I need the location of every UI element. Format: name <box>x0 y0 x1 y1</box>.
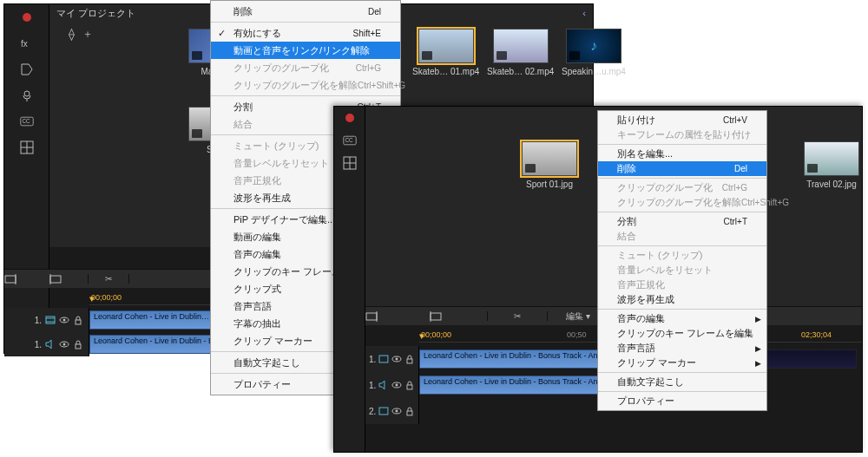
menu-normalize[interactable]: 音声正規化 <box>598 277 766 292</box>
svg-rect-36 <box>407 359 412 363</box>
menu-split[interactable]: 分割Ctrl+T <box>598 214 766 229</box>
tool-cut-left-icon[interactable] <box>365 310 426 323</box>
svg-rect-41 <box>379 408 388 415</box>
speaker-icon[interactable] <box>378 380 389 390</box>
cc-icon[interactable]: CC <box>334 129 365 152</box>
menu-reset-volume[interactable]: 音量レベルをリセット <box>598 263 766 277</box>
media-thumb[interactable]: Sport 01.jpg <box>522 141 577 189</box>
eye-icon[interactable] <box>391 354 402 364</box>
menu-delete[interactable]: 削除Del <box>211 3 400 20</box>
menu-group[interactable]: クリップのグループ化Ctrl+G <box>598 180 766 195</box>
thumb-image <box>418 29 474 63</box>
lock-icon[interactable] <box>404 380 415 390</box>
fx-icon[interactable]: fx <box>4 30 49 56</box>
eye-icon[interactable] <box>59 339 69 349</box>
menu-auto-transcribe[interactable]: 自動文字起こし <box>598 375 766 389</box>
menu-mute[interactable]: ミュート (クリップ) <box>598 248 766 263</box>
menu-delete[interactable]: 削除Del <box>598 161 766 176</box>
lock-icon[interactable] <box>404 406 415 416</box>
submenu-arrow-icon: ▶ <box>755 359 761 368</box>
thumb-image <box>804 141 859 176</box>
menu-paste[interactable]: 貼り付けCtrl+V <box>598 113 766 127</box>
media-thumb[interactable]: Skateb… 02.mp4 <box>487 29 554 76</box>
menu-clip-marker[interactable]: クリップ マーカー▶ <box>598 356 766 370</box>
menu-edit-alias[interactable]: 別名を編集... <box>598 147 766 161</box>
menu-regen-waveform[interactable]: 波形を再生成 <box>598 292 766 307</box>
timecode: 00;00;00 <box>421 330 451 339</box>
svg-rect-44 <box>407 411 412 415</box>
media-thumb[interactable]: ♪ Speakin…u.mp4 <box>562 29 626 76</box>
track-head: 1. <box>365 372 419 398</box>
track-number: 2. <box>369 407 376 416</box>
svg-marker-2 <box>22 64 32 75</box>
record-icon[interactable] <box>334 107 365 129</box>
grid-icon[interactable] <box>334 152 365 174</box>
menu-audio-language[interactable]: 音声言語▶ <box>598 341 766 356</box>
thumb-label: Skateb… 02.mp4 <box>487 67 554 76</box>
svg-rect-9 <box>5 276 16 283</box>
svg-rect-32 <box>431 313 441 320</box>
film-icon[interactable] <box>378 354 389 364</box>
thumb-label: Travel 02.jpg <box>806 180 856 189</box>
svg-rect-33 <box>379 356 388 362</box>
menu-enable[interactable]: ✓有効にするShift+E <box>211 24 400 42</box>
track-number: 1. <box>369 381 376 390</box>
left-toolbar: fx CC <box>4 4 49 353</box>
menu-paste-keyframe-attrs[interactable]: キーフレームの属性を貼り付け <box>598 127 766 142</box>
svg-marker-19 <box>46 340 51 349</box>
eye-icon[interactable] <box>59 315 69 325</box>
scissors-icon[interactable]: ✂ <box>88 274 129 284</box>
thumb-label: Sport 01.jpg <box>526 180 573 189</box>
svg-rect-29 <box>366 313 377 320</box>
svg-text:fx: fx <box>21 39 28 49</box>
submenu-arrow-icon: ▶ <box>755 315 761 323</box>
menu-properties[interactable]: プロパティー <box>598 394 766 408</box>
timecode: 00;50 <box>567 330 587 339</box>
track-number: 1. <box>35 316 42 325</box>
menu-edit-audio[interactable]: 音声の編集▶ <box>598 311 766 326</box>
track-head: 1. <box>4 332 89 356</box>
media-thumb[interactable]: Travel 02.jpg <box>804 141 859 189</box>
record-icon[interactable] <box>4 4 49 30</box>
svg-rect-22 <box>76 344 81 349</box>
menu-ungroup[interactable]: クリップのグループ化を解除Ctrl+Shift+G <box>211 76 400 94</box>
collapse-icon[interactable]: ‹ <box>582 8 586 18</box>
track-head: 2. <box>365 398 419 424</box>
lock-icon[interactable] <box>73 339 83 349</box>
film-icon[interactable] <box>378 406 389 416</box>
speaker-icon[interactable] <box>45 339 56 349</box>
mic-icon[interactable] <box>4 82 49 108</box>
track-head: 1. <box>4 308 89 332</box>
check-icon: ✓ <box>218 28 226 39</box>
svg-rect-12 <box>50 276 61 283</box>
menu-group[interactable]: クリップのグループ化Ctrl+G <box>211 59 400 76</box>
media-thumb[interactable]: Skateb… 01.mp4 <box>412 29 479 76</box>
menu-combine[interactable]: 結合 <box>598 229 766 244</box>
eye-icon[interactable] <box>391 380 402 390</box>
grid-icon[interactable] <box>4 134 49 160</box>
project-title: マイ プロジェクト <box>56 7 135 20</box>
svg-point-0 <box>23 13 31 22</box>
eye-icon[interactable] <box>391 406 402 416</box>
lock-icon[interactable] <box>404 354 415 364</box>
timecode: 00;00;00 <box>91 293 122 302</box>
menu-link-unlink[interactable]: 動画と音声をリンク/リンク解除 <box>211 42 400 59</box>
thumb-label: Skateb… 01.mp4 <box>412 67 479 76</box>
menu-ungroup[interactable]: クリップのグループ化を解除Ctrl+Shift+G <box>598 195 766 210</box>
tool-cut-right-icon[interactable] <box>46 273 88 285</box>
icon-plus[interactable]: ＋ <box>82 27 93 42</box>
thumb-image: ♪ <box>566 29 621 63</box>
tool-cut-right-icon[interactable] <box>426 310 487 323</box>
lock-icon[interactable] <box>73 315 83 325</box>
svg-rect-18 <box>76 320 81 324</box>
svg-point-21 <box>63 343 66 346</box>
svg-point-43 <box>396 410 398 413</box>
tool-cut-left-icon[interactable] <box>4 273 46 285</box>
svg-text:CC: CC <box>345 137 353 143</box>
scissors-icon[interactable]: ✂ <box>487 311 548 321</box>
film-icon[interactable] <box>45 315 56 325</box>
icon-tag[interactable]: ⟠ <box>69 27 75 41</box>
tag-icon[interactable] <box>4 56 49 82</box>
cc-icon[interactable]: CC <box>4 108 49 134</box>
menu-edit-keyframes[interactable]: クリップのキー フレームを編集 <box>598 326 766 341</box>
